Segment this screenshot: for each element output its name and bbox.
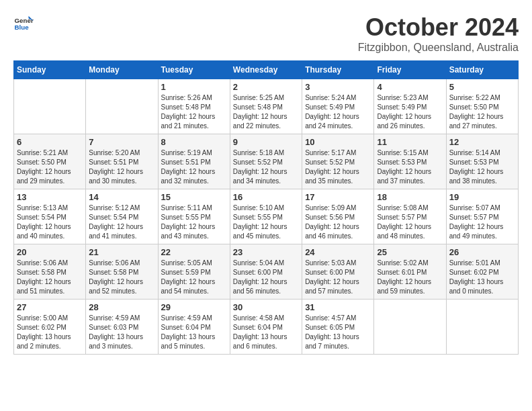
day-number: 16 [233,192,299,202]
day-number: 24 [305,247,371,257]
day-number: 23 [233,247,299,257]
cell-detail: Sunrise: 5:12 AM Sunset: 5:54 PM Dayligh… [89,203,154,241]
cell-detail: Sunrise: 4:59 AM Sunset: 6:04 PM Dayligh… [161,314,227,351]
calendar-table: SundayMondayTuesdayWednesdayThursdayFrid… [13,60,519,355]
svg-text:General: General [15,17,34,24]
calendar-cell: 1Sunrise: 5:26 AM Sunset: 5:48 PM Daylig… [158,79,230,134]
cell-detail: Sunrise: 5:21 AM Sunset: 5:50 PM Dayligh… [17,148,83,186]
day-number: 22 [161,247,227,257]
day-number: 30 [233,302,299,312]
column-header-friday: Friday [374,61,446,79]
logo-icon: General Blue [13,13,34,34]
month-title: October 2024 [358,13,519,42]
cell-detail: Sunrise: 5:05 AM Sunset: 5:59 PM Dayligh… [161,259,227,296]
calendar-cell: 26Sunrise: 5:01 AM Sunset: 6:02 PM Dayli… [446,244,518,300]
day-number: 14 [89,192,154,202]
day-number: 1 [161,82,227,92]
column-header-thursday: Thursday [302,61,374,79]
cell-detail: Sunrise: 4:59 AM Sunset: 6:03 PM Dayligh… [89,314,154,351]
cell-detail: Sunrise: 5:23 AM Sunset: 5:49 PM Dayligh… [377,93,443,131]
cell-detail: Sunrise: 5:03 AM Sunset: 6:00 PM Dayligh… [305,259,371,296]
calendar-cell: 7Sunrise: 5:20 AM Sunset: 5:51 PM Daylig… [86,134,158,189]
cell-detail: Sunrise: 5:17 AM Sunset: 5:52 PM Dayligh… [305,148,371,186]
cell-detail: Sunrise: 5:06 AM Sunset: 5:58 PM Dayligh… [17,259,83,296]
calendar-cell: 31Sunrise: 4:57 AM Sunset: 6:05 PM Dayli… [302,300,374,355]
day-number: 6 [17,137,83,147]
cell-detail: Sunrise: 5:09 AM Sunset: 5:56 PM Dayligh… [305,203,371,241]
calendar-cell: 19Sunrise: 5:07 AM Sunset: 5:57 PM Dayli… [446,189,518,244]
cell-detail: Sunrise: 4:57 AM Sunset: 6:05 PM Dayligh… [305,314,371,351]
calendar-cell: 28Sunrise: 4:59 AM Sunset: 6:03 PM Dayli… [86,300,158,355]
cell-detail: Sunrise: 5:14 AM Sunset: 5:53 PM Dayligh… [449,148,515,186]
calendar-cell: 18Sunrise: 5:08 AM Sunset: 5:57 PM Dayli… [374,189,446,244]
calendar-cell: 29Sunrise: 4:59 AM Sunset: 6:04 PM Dayli… [158,300,230,355]
cell-detail: Sunrise: 5:13 AM Sunset: 5:54 PM Dayligh… [17,203,83,241]
cell-detail: Sunrise: 5:07 AM Sunset: 5:57 PM Dayligh… [449,203,515,241]
day-number: 19 [449,192,515,202]
calendar-cell: 12Sunrise: 5:14 AM Sunset: 5:53 PM Dayli… [446,134,518,189]
day-number: 17 [305,192,371,202]
cell-detail: Sunrise: 5:08 AM Sunset: 5:57 PM Dayligh… [377,203,443,241]
cell-detail: Sunrise: 4:58 AM Sunset: 6:04 PM Dayligh… [233,314,299,351]
calendar-cell: 8Sunrise: 5:19 AM Sunset: 5:51 PM Daylig… [158,134,230,189]
calendar-cell: 27Sunrise: 5:00 AM Sunset: 6:02 PM Dayli… [14,300,86,355]
day-number: 9 [233,137,299,147]
day-number: 25 [377,247,443,257]
calendar-cell: 23Sunrise: 5:04 AM Sunset: 6:00 PM Dayli… [230,244,302,300]
day-number: 10 [305,137,371,147]
week-row-3: 13Sunrise: 5:13 AM Sunset: 5:54 PM Dayli… [14,189,519,244]
day-number: 26 [449,247,515,257]
header: General Blue October 2024 Fitzgibbon, Qu… [13,13,519,54]
day-number: 3 [305,82,371,92]
calendar-cell: 2Sunrise: 5:25 AM Sunset: 5:48 PM Daylig… [230,79,302,134]
cell-detail: Sunrise: 5:18 AM Sunset: 5:52 PM Dayligh… [233,148,299,186]
day-number: 18 [377,192,443,202]
week-row-2: 6Sunrise: 5:21 AM Sunset: 5:50 PM Daylig… [14,134,519,189]
cell-detail: Sunrise: 5:10 AM Sunset: 5:55 PM Dayligh… [233,203,299,241]
calendar-cell: 25Sunrise: 5:02 AM Sunset: 6:01 PM Dayli… [374,244,446,300]
column-header-monday: Monday [86,61,158,79]
header-row: SundayMondayTuesdayWednesdayThursdayFrid… [14,61,519,79]
calendar-cell: 30Sunrise: 4:58 AM Sunset: 6:04 PM Dayli… [230,300,302,355]
calendar-cell: 22Sunrise: 5:05 AM Sunset: 5:59 PM Dayli… [158,244,230,300]
calendar-cell: 9Sunrise: 5:18 AM Sunset: 5:52 PM Daylig… [230,134,302,189]
cell-detail: Sunrise: 5:02 AM Sunset: 6:01 PM Dayligh… [377,259,443,296]
cell-detail: Sunrise: 5:24 AM Sunset: 5:49 PM Dayligh… [305,93,371,131]
logo: General Blue [13,13,34,34]
title-area: October 2024 Fitzgibbon, Queensland, Aus… [358,13,519,54]
calendar-cell: 20Sunrise: 5:06 AM Sunset: 5:58 PM Dayli… [14,244,86,300]
column-header-wednesday: Wednesday [230,61,302,79]
day-number: 20 [17,247,83,257]
cell-detail: Sunrise: 5:01 AM Sunset: 6:02 PM Dayligh… [449,259,515,296]
day-number: 27 [17,302,83,312]
day-number: 8 [161,137,227,147]
calendar-cell [446,300,518,355]
week-row-5: 27Sunrise: 5:00 AM Sunset: 6:02 PM Dayli… [14,300,519,355]
calendar-cell [374,300,446,355]
calendar-cell: 11Sunrise: 5:15 AM Sunset: 5:53 PM Dayli… [374,134,446,189]
cell-detail: Sunrise: 5:11 AM Sunset: 5:55 PM Dayligh… [161,203,227,241]
calendar-cell: 21Sunrise: 5:06 AM Sunset: 5:58 PM Dayli… [86,244,158,300]
cell-detail: Sunrise: 5:25 AM Sunset: 5:48 PM Dayligh… [233,93,299,131]
week-row-4: 20Sunrise: 5:06 AM Sunset: 5:58 PM Dayli… [14,244,519,300]
day-number: 12 [449,137,515,147]
calendar-cell: 13Sunrise: 5:13 AM Sunset: 5:54 PM Dayli… [14,189,86,244]
day-number: 28 [89,302,154,312]
day-number: 29 [161,302,227,312]
calendar-cell: 3Sunrise: 5:24 AM Sunset: 5:49 PM Daylig… [302,79,374,134]
column-header-saturday: Saturday [446,61,518,79]
day-number: 31 [305,302,371,312]
calendar-cell: 10Sunrise: 5:17 AM Sunset: 5:52 PM Dayli… [302,134,374,189]
day-number: 7 [89,137,154,147]
day-number: 11 [377,137,443,147]
calendar-cell: 17Sunrise: 5:09 AM Sunset: 5:56 PM Dayli… [302,189,374,244]
calendar-cell: 5Sunrise: 5:22 AM Sunset: 5:50 PM Daylig… [446,79,518,134]
day-number: 5 [449,82,515,92]
calendar-cell [86,79,158,134]
cell-detail: Sunrise: 5:26 AM Sunset: 5:48 PM Dayligh… [161,93,227,131]
cell-detail: Sunrise: 5:04 AM Sunset: 6:00 PM Dayligh… [233,259,299,296]
cell-detail: Sunrise: 5:00 AM Sunset: 6:02 PM Dayligh… [17,314,83,351]
svg-text:Blue: Blue [15,24,30,31]
calendar-cell: 4Sunrise: 5:23 AM Sunset: 5:49 PM Daylig… [374,79,446,134]
cell-detail: Sunrise: 5:20 AM Sunset: 5:51 PM Dayligh… [89,148,154,186]
